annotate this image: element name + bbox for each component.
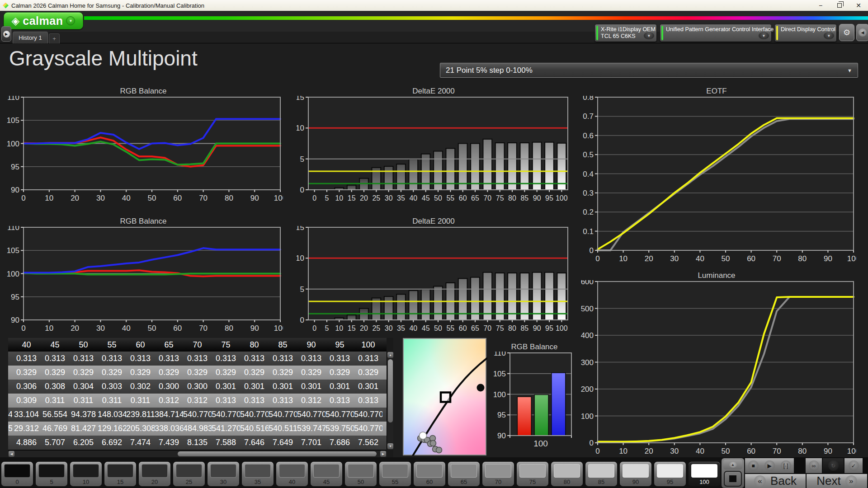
pattern-patch-80[interactable]: 80 <box>551 462 583 486</box>
minimize-button[interactable]: − <box>811 0 830 11</box>
pattern-patch-50[interactable]: 50 <box>345 462 377 486</box>
svg-text:10: 10 <box>335 324 343 332</box>
pattern-patch-75[interactable]: 75 <box>517 462 548 486</box>
svg-text:25: 25 <box>372 194 380 202</box>
svg-text:60: 60 <box>459 324 467 332</box>
pattern-patch-5[interactable]: 5 <box>36 462 67 486</box>
point-layout-dropdown[interactable]: 21 Point 5% step 0-100% ▼ <box>440 63 858 78</box>
patch-swatch <box>245 464 271 478</box>
pattern-patch-45[interactable]: 45 <box>311 462 342 486</box>
pattern-patch-10[interactable]: 10 <box>70 462 102 486</box>
pattern-patch-40[interactable]: 40 <box>276 462 308 486</box>
table-cell: 540.770 <box>326 408 354 422</box>
patch-swatch <box>623 464 649 478</box>
table-row: 0.3130.3130.3130.3130.3130.3130.3130.313… <box>8 352 387 366</box>
sync-button[interactable]: ↻ <box>823 458 844 473</box>
svg-text:10: 10 <box>619 254 627 263</box>
transport-controls: « Back Next » ■▶[·]∞↻✓ <box>744 457 868 488</box>
pattern-patch-15[interactable]: 15 <box>104 462 136 486</box>
table-cell: 540.770 <box>212 408 240 422</box>
chart-title: DeltaE 2000 <box>297 217 571 226</box>
svg-text:30: 30 <box>670 447 679 455</box>
svg-text:70: 70 <box>483 324 491 332</box>
svg-text:90: 90 <box>11 186 19 194</box>
pattern-generator-chip[interactable]: Unified Pattern Generator Control Interf… <box>660 24 771 42</box>
pattern-generator-dropdown-icon[interactable]: ▼ <box>759 32 769 39</box>
scroll-left-icon[interactable]: ◀ <box>9 451 14 457</box>
next-chevrons-icon: » <box>845 475 857 487</box>
pattern-patch-30[interactable]: 30 <box>208 462 239 486</box>
pattern-up-button[interactable]: ▲ <box>723 460 742 469</box>
svg-text:40: 40 <box>122 194 131 202</box>
scroll-thumb[interactable] <box>388 359 393 422</box>
pattern-patch-0[interactable]: 0 <box>1 462 33 486</box>
next-button[interactable]: Next » <box>807 474 867 488</box>
meter-dropdown-icon[interactable]: ▼ <box>644 32 654 39</box>
meter-name: X-Rite i1Display OEM <box>601 26 656 33</box>
collapse-panel-button[interactable]: ◀ <box>856 24 868 41</box>
svg-text:45: 45 <box>422 194 430 202</box>
stop-button[interactable]: ■ <box>745 458 761 473</box>
table-header-row: 404550556065707580859095100 <box>8 338 387 352</box>
patch-swatch <box>691 464 717 478</box>
svg-text:95: 95 <box>545 324 553 332</box>
pattern-patch-60[interactable]: 60 <box>414 462 445 486</box>
svg-text:25: 25 <box>372 324 380 332</box>
table-cell: 0.300 <box>155 380 183 394</box>
scroll-right-icon[interactable]: ▶ <box>380 451 386 457</box>
settings-button[interactable]: ⚙ <box>839 24 854 41</box>
meter-chip[interactable]: X-Rite i1Display OEM TCL 65 C6KS ▼ <box>595 24 656 42</box>
scroll-up-icon[interactable]: ▲ <box>387 352 393 358</box>
tab-history-1[interactable]: History 1 <box>13 32 48 43</box>
svg-text:100: 100 <box>7 140 19 148</box>
pattern-patch-90[interactable]: 90 <box>620 462 651 486</box>
table-vertical-scrollbar[interactable]: ▲▼ <box>387 352 393 450</box>
pattern-button[interactable]: [·] <box>778 458 794 473</box>
pattern-patch-25[interactable]: 25 <box>173 462 205 486</box>
pattern-patch-95[interactable]: 95 <box>654 462 686 486</box>
svg-text:100: 100 <box>847 447 856 455</box>
pattern-patch-55[interactable]: 55 <box>379 462 411 486</box>
display-control-chip[interactable]: Direct Display Control ▼ <box>775 24 836 42</box>
pattern-patch-85[interactable]: 85 <box>585 462 617 486</box>
table-cell: 541.270 <box>212 422 240 436</box>
svg-text:10: 10 <box>335 194 343 202</box>
table-column-header: 85 <box>269 338 297 352</box>
tab-add-button[interactable]: + <box>49 33 60 43</box>
pattern-patch-65[interactable]: 65 <box>448 462 480 486</box>
svg-text:0: 0 <box>590 439 594 447</box>
pattern-patch-20[interactable]: 20 <box>139 462 170 486</box>
restore-button[interactable] <box>830 0 849 11</box>
back-button[interactable]: « Back <box>745 474 806 488</box>
calman-logo-text: calman <box>23 14 63 28</box>
table-cell: 0.329 <box>297 366 326 380</box>
close-button[interactable]: ✕ <box>849 0 868 11</box>
play-button[interactable]: ▶ <box>761 458 778 473</box>
window-title: Calman 2026 Calman Home for Samsung - Ca… <box>11 2 204 9</box>
table-cell: 7.588 <box>212 436 240 450</box>
pattern-window-button[interactable] <box>724 471 742 487</box>
calman-menu-button[interactable]: ◈ calman ▼ <box>4 12 83 29</box>
scroll-down-icon[interactable]: ▼ <box>387 443 393 449</box>
display-control-dropdown-icon[interactable]: ▼ <box>824 32 834 39</box>
table-cell: 0.329 <box>41 366 69 380</box>
patch-swatch <box>416 464 443 478</box>
svg-text:110: 110 <box>7 96 19 102</box>
continuous-button[interactable]: ∞ <box>806 458 822 473</box>
table-cell: 0.313 <box>354 394 382 408</box>
clipped-cell: 5 <box>8 422 12 436</box>
clipped-cell <box>8 366 12 380</box>
dropdown-arrow-icon: ▼ <box>847 68 852 73</box>
table-cell: 0.313 <box>297 352 326 366</box>
patch-swatch <box>313 464 340 478</box>
accept-button[interactable]: ✓ <box>844 458 863 473</box>
pattern-patch-35[interactable]: 35 <box>242 462 274 486</box>
svg-text:70: 70 <box>483 194 491 202</box>
tab-nav-button[interactable]: ▶ <box>1 26 11 42</box>
svg-text:300: 300 <box>581 358 594 367</box>
pattern-patch-70[interactable]: 70 <box>482 462 514 486</box>
scroll-thumb[interactable] <box>178 451 377 456</box>
patch-label: 100 <box>689 479 720 485</box>
table-horizontal-scrollbar[interactable]: ◀▶ <box>8 450 387 457</box>
pattern-patch-100[interactable]: 100 <box>689 462 720 486</box>
